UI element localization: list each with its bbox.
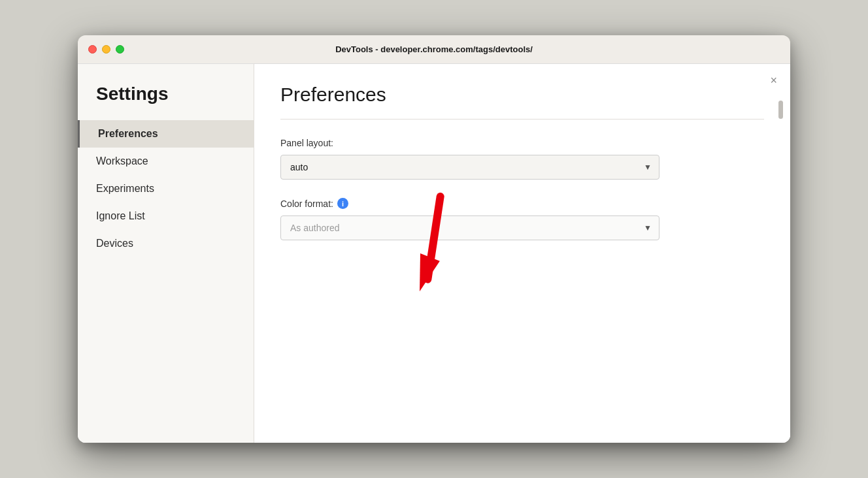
sidebar-item-ignore-list[interactable]: Ignore List (78, 202, 254, 230)
window: DevTools - developer.chrome.com/tags/dev… (78, 35, 790, 443)
color-format-group: Color format: i As authored HEX RGB HSL … (280, 198, 764, 240)
color-format-info-icon[interactable]: i (337, 198, 348, 209)
color-format-select-wrapper: As authored HEX RGB HSL ▼ (280, 215, 659, 240)
sidebar-item-preferences[interactable]: Preferences (78, 120, 254, 148)
sidebar-item-devices[interactable]: Devices (78, 230, 254, 257)
scrollbar-track[interactable] (777, 97, 784, 443)
dialog-close-button[interactable]: × (770, 74, 777, 86)
title-bar: DevTools - developer.chrome.com/tags/dev… (78, 35, 790, 64)
panel-layout-select-wrapper: auto horizontal vertical ▼ (280, 155, 659, 180)
scrollbar-thumb[interactable] (778, 101, 783, 119)
window-body: Settings Preferences Workspace Experimen… (78, 64, 790, 443)
sidebar-nav: Preferences Workspace Experiments Ignore… (78, 120, 254, 257)
section-divider (280, 119, 764, 119)
traffic-lights (88, 45, 124, 54)
minimize-button[interactable] (102, 45, 110, 54)
sidebar-heading: Settings (78, 84, 254, 120)
sidebar-item-workspace[interactable]: Workspace (78, 148, 254, 175)
panel-layout-label: Panel layout: (280, 138, 764, 148)
color-format-select[interactable]: As authored HEX RGB HSL (280, 215, 659, 240)
sidebar-item-experiments[interactable]: Experiments (78, 175, 254, 202)
color-format-label-row: Color format: i (280, 198, 764, 209)
window-title: DevTools - developer.chrome.com/tags/dev… (335, 44, 533, 54)
color-format-label: Color format: (280, 199, 333, 209)
page-title: Preferences (280, 84, 764, 106)
close-button[interactable] (88, 45, 97, 54)
panel-layout-group: Panel layout: auto horizontal vertical ▼ (280, 138, 764, 180)
main-content: × Preferences Panel layout: auto horizon… (254, 64, 790, 443)
maximize-button[interactable] (116, 45, 124, 54)
svg-marker-1 (403, 247, 448, 291)
sidebar: Settings Preferences Workspace Experimen… (78, 64, 254, 443)
panel-layout-select[interactable]: auto horizontal vertical (280, 155, 659, 180)
